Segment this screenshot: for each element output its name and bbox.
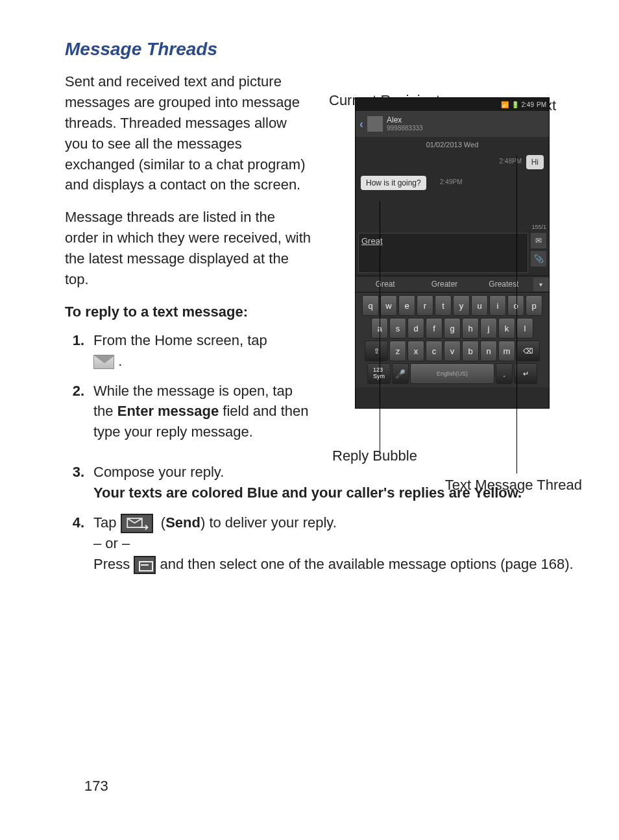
instruction-heading: To reply to a text message: [65,302,311,322]
key-b[interactable]: b [462,341,479,361]
step-2-number: 2. [65,381,93,402]
step-1: 1. From the Home screen, tap . [65,330,311,372]
avatar [367,116,383,132]
step-4-number: 4. [65,512,93,533]
incoming-timestamp: 2:49PM [440,178,462,186]
step-4-text-d: and then select one of the available mes… [160,556,573,572]
contact-name: Alex [387,116,423,125]
paragraph-1: Sent and received text and picture messa… [65,71,311,195]
key-h[interactable]: h [462,318,479,339]
key-k[interactable]: k [498,318,515,339]
key-c[interactable]: c [426,341,443,361]
key-mic[interactable]: 🎤 [392,363,409,384]
battery-icon: 🔋 [511,101,519,108]
suggestion-bar: Great Greater Greatest ▾ [356,276,549,293]
send-button-icon [121,514,153,533]
step-4-or: – or – [93,535,130,551]
paragraph-2: Message threads are listed in the order … [65,207,311,290]
phone-figure: Current Recipient My Text 📶 🔋 2:49 PM ‹ … [335,97,569,409]
conversation-header: ‹ Alex 9998883333 [356,111,549,137]
attach-icon[interactable]: 📎 [531,251,546,267]
section-title: Message Threads [65,39,580,60]
step-4-text-c: Press [93,556,134,572]
signal-icon: 📶 [501,101,509,108]
step-4-text-a: Tap [93,514,121,531]
key-q[interactable]: q [362,295,379,316]
contact-number: 9998883333 [387,125,423,132]
label-thread: Text Message Thread [445,477,582,494]
status-ampm: PM [537,101,546,108]
step-2: 2. While the message is open, tap the En… [65,381,311,443]
step-4-text-b: ) to deliver your reply. [200,514,337,531]
key-enter[interactable]: ↵ [514,363,537,384]
key-period[interactable]: . [496,363,513,384]
page-number: 173 [84,778,108,795]
key-p[interactable]: p [526,295,542,316]
key-n[interactable]: n [480,341,497,361]
back-icon[interactable]: ‹ [359,117,363,131]
suggestion-3[interactable]: Greatest [474,276,533,292]
step-1-number: 1. [65,330,93,351]
key-x[interactable]: x [407,341,424,361]
key-w[interactable]: w [380,295,397,316]
key-shift[interactable]: ⇧ [365,341,388,361]
outgoing-bubble: Hi [526,155,544,169]
keyboard: qwertyuiop asdfghjkl ⇧zxcvbnm⌫ 123 Sym 🎤… [356,293,549,387]
step-3-text-a: Compose your reply. [93,464,224,480]
char-count: 155/1 [356,224,549,230]
step-3-number: 3. [65,462,93,483]
step-1-text-a: From the Home screen, tap [93,332,267,348]
key-t[interactable]: t [435,295,452,316]
step-1-text-b: . [118,353,122,369]
step-2-bold: Enter message [117,403,219,419]
key-backspace[interactable]: ⌫ [516,341,540,361]
suggestion-1[interactable]: Great [356,276,415,292]
key-m[interactable]: m [498,341,515,361]
key-r[interactable]: r [417,295,433,316]
key-f[interactable]: f [426,318,443,339]
step-4-send-label: Send [165,514,200,531]
status-time: 2:49 [522,101,534,108]
key-v[interactable]: v [444,341,461,361]
key-z[interactable]: z [389,341,406,361]
message-thread-area: 2:48PM Hi How is it going? 2:49PM [356,152,549,224]
compose-input[interactable] [358,233,528,273]
key-e[interactable]: e [398,295,415,316]
status-bar: 📶 🔋 2:49 PM [356,98,549,111]
suggestion-2[interactable]: Greater [415,276,474,292]
key-u[interactable]: u [471,295,488,316]
label-reply-bubble: Reply Bubble [332,448,417,464]
suggestion-dropdown-icon[interactable]: ▾ [533,278,549,291]
incoming-bubble: How is it going? [361,176,426,190]
key-sym[interactable]: 123 Sym [367,363,391,384]
key-o[interactable]: o [507,295,524,316]
step-4: 4. Tap (Send) to deliver your reply. – o… [65,512,580,575]
key-space[interactable]: English(US) [410,363,494,384]
send-icon[interactable]: ✉ [531,233,546,248]
key-i[interactable]: i [489,295,506,316]
date-divider: 01/02/2013 Wed [356,137,549,152]
phone-mock: 📶 🔋 2:49 PM ‹ Alex 9998883333 01/02/2013… [355,97,550,409]
messaging-app-icon [93,355,114,369]
key-d[interactable]: d [407,318,424,339]
menu-button-icon [134,556,156,574]
key-j[interactable]: j [480,318,497,339]
key-s[interactable]: s [389,318,406,339]
key-g[interactable]: g [444,318,461,339]
key-l[interactable]: l [516,318,533,339]
outgoing-timestamp: 2:48PM [500,158,522,165]
key-y[interactable]: y [453,295,470,316]
